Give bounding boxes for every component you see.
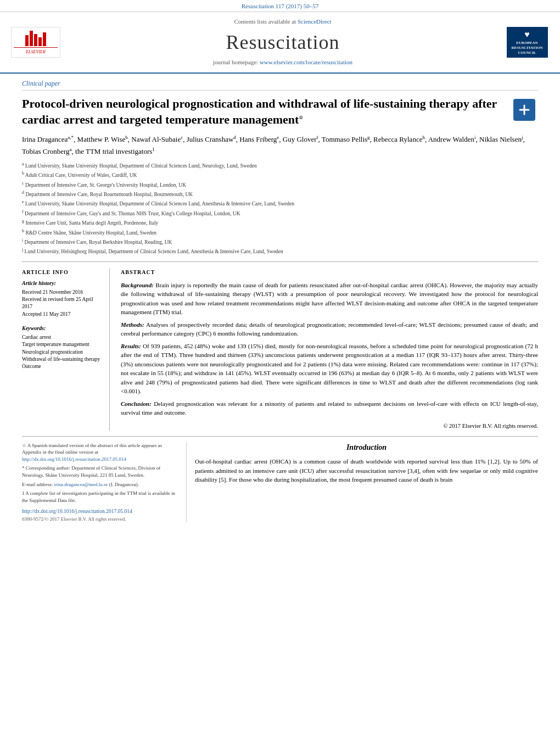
section-label: Clinical paper xyxy=(22,79,538,91)
affiliation-b: b Adult Critical Care, University of Wal… xyxy=(22,170,538,179)
bottom-section: ☆ A Spanish translated version of the ab… xyxy=(22,436,538,523)
bar2 xyxy=(30,31,33,46)
article-title-section: Protocol-driven neurological prognostica… xyxy=(22,96,538,127)
email-footnote: E-mail address: irina.dragancea@med.lu.s… xyxy=(22,481,178,488)
accepted-date: Accepted 11 May 2017 xyxy=(22,311,103,318)
authors-line: Irina Draganceaa,*, Matthew P. Wiseb, Na… xyxy=(22,133,538,158)
crossmark-icon xyxy=(513,99,535,121)
email-link[interactable]: irina.dragancea@med.lu.se xyxy=(54,482,108,487)
corresponding-text: * Corresponding author: Department of Cl… xyxy=(22,465,160,478)
erc-line3: COUNCIL xyxy=(509,51,546,55)
keyword-3: Neurological prognostication xyxy=(22,349,103,356)
abstract-section: ABSTRACT Background: Brain injury is rep… xyxy=(121,269,538,431)
elsevier-wordmark: ELSEVIER xyxy=(14,47,58,55)
methods-text: Analyses of prospectively recorded data;… xyxy=(121,321,538,337)
journal-center: Contents lists available at ScienceDirec… xyxy=(66,18,500,66)
abstract-background: Background: Brain injury is reportedly t… xyxy=(121,281,538,317)
doi-link[interactable]: http://dx.doi.org/10.1016/j.resuscitatio… xyxy=(22,509,132,514)
history-values: Received 21 November 2016 Received in re… xyxy=(22,289,103,318)
conclusion-label: Conclusion: xyxy=(121,400,152,407)
article-info-title: ARTICLE INFO xyxy=(22,269,103,276)
main-content: Clinical paper Protocol-driven neurologi… xyxy=(0,74,560,528)
affiliation-h: h R&D Centre Skåne, Skåne University Hos… xyxy=(22,228,538,237)
conclusion-text: Delayed prognostication was relevant for… xyxy=(121,400,538,416)
affiliation-d: d Department of Intensive Care, Royal Bo… xyxy=(22,189,538,198)
email-suffix: (I. Dragancea). xyxy=(109,482,139,487)
sciencedirect-prefix: Contents lists available at xyxy=(234,18,296,25)
investigators-footnote: 1 A complete list of investigators parti… xyxy=(22,490,178,504)
sciencedirect-link[interactable]: ScienceDirect xyxy=(298,18,332,25)
homepage-link[interactable]: www.elsevier.com/locate/resuscitation xyxy=(260,59,352,65)
history-section: Article history: Received 21 November 20… xyxy=(22,280,103,318)
keywords-label: Keywords: xyxy=(22,325,103,332)
elsevier-logo: ELSEVIER xyxy=(11,27,60,58)
abstract-results: Results: Of 939 patients, 452 (48%) woke… xyxy=(121,342,538,396)
star-link[interactable]: http://dx.doi.org/10.1016/j.resuscitatio… xyxy=(22,456,126,462)
affiliation-e: e Lund University, Skane University Hosp… xyxy=(22,199,538,208)
introduction-text: Out-of-hospital cardiac arrest (OHCA) is… xyxy=(195,457,538,484)
email-label: E-mail address: xyxy=(22,482,53,487)
revised-date: Received in revised form 25 April 2017 xyxy=(22,296,103,311)
doi-section[interactable]: http://dx.doi.org/10.1016/j.resuscitatio… xyxy=(22,508,178,515)
keyword-5: Outcome xyxy=(22,363,103,370)
corresponding-footnote: * Corresponding author: Department of Cl… xyxy=(22,465,178,478)
keywords-section: Keywords: Cardiac arrest Target temperat… xyxy=(22,325,103,370)
journal-header: ELSEVIER Contents lists available at Sci… xyxy=(0,12,560,73)
bar1 xyxy=(25,35,29,46)
keywords-values: Cardiac arrest Target temperature manage… xyxy=(22,334,103,370)
journal-citation: Resuscitation 117 (2017) 50–57 xyxy=(0,0,560,12)
copyright-line: © 2017 Elsevier B.V. All rights reserved… xyxy=(121,422,538,431)
star-footnote: ☆ A Spanish translated version of the ab… xyxy=(22,442,178,463)
introduction-body: Out-of-hospital cardiac arrest (OHCA) is… xyxy=(195,458,538,483)
introduction-title: Introduction xyxy=(195,442,538,453)
affiliation-a: a Lund University, Skane University Hosp… xyxy=(22,161,538,170)
affiliation-j: j Lund University, Helsingborg Hospital,… xyxy=(22,247,538,255)
introduction-section: Introduction Out-of-hospital cardiac arr… xyxy=(187,442,538,523)
bar3 xyxy=(34,34,37,46)
journal-title: Resuscitation xyxy=(66,29,500,56)
methods-label: Methods: xyxy=(121,321,144,328)
erc-logo: ♥ EUROPEAN RESUSCITATION COUNCIL xyxy=(505,24,549,60)
erc-box: ♥ EUROPEAN RESUSCITATION COUNCIL xyxy=(507,27,548,58)
footnotes-section: ☆ A Spanish translated version of the ab… xyxy=(22,442,187,523)
crossmark-logo[interactable] xyxy=(511,96,538,124)
issn-line: 0300-9572/© 2017 Elsevier B.V. All right… xyxy=(22,516,178,523)
title-text: Protocol-driven neurological prognostica… xyxy=(22,97,497,126)
elsevier-bars-decoration xyxy=(25,30,46,46)
abstract-text: Background: Brain injury is reportedly t… xyxy=(121,281,538,431)
journal-homepage-line: journal homepage: www.elsevier.com/locat… xyxy=(66,58,500,66)
keyword-2: Target temperature management xyxy=(22,341,103,348)
title-star: ☆ xyxy=(299,115,303,120)
bar4 xyxy=(38,37,42,46)
homepage-prefix: journal homepage: xyxy=(213,59,258,65)
affiliation-i: i Department of Intensive Care, Royal Be… xyxy=(22,237,538,246)
article-body: ARTICLE INFO Article history: Received 2… xyxy=(22,261,538,431)
star-note-text: ☆ A Spanish translated version of the ab… xyxy=(22,443,162,455)
erc-heart-icon: ♥ xyxy=(509,29,546,41)
affiliations: a Lund University, Skane University Hosp… xyxy=(22,161,538,256)
background-text: Brain injury is reportedly the main caus… xyxy=(121,282,538,316)
article-info: ARTICLE INFO Article history: Received 2… xyxy=(22,269,110,431)
affiliation-g: g Intensive Care Unit, Santa Maria degli… xyxy=(22,218,538,227)
abstract-title: ABSTRACT xyxy=(121,269,538,276)
history-label: Article history: xyxy=(22,280,103,287)
received-date: Received 21 November 2016 xyxy=(22,289,103,296)
background-label: Background: xyxy=(121,282,154,288)
erc-line1: EUROPEAN xyxy=(509,41,546,46)
affiliation-c: c Department of Intensive Care, St. Geor… xyxy=(22,180,538,189)
affiliation-f: f Department of Intensive Care, Guy's an… xyxy=(22,209,538,217)
bar5 xyxy=(43,32,46,46)
abstract-methods: Methods: Analyses of prospectively recor… xyxy=(121,320,538,338)
keyword-4: Withdrawal of life-sustaining therapy xyxy=(22,356,103,363)
sciencedirect-line: Contents lists available at ScienceDirec… xyxy=(66,18,500,26)
keyword-1: Cardiac arrest xyxy=(22,334,103,341)
abstract-conclusion: Conclusion: Delayed prognostication was … xyxy=(121,399,538,417)
citation-text: Resuscitation 117 (2017) 50–57 xyxy=(242,3,318,9)
results-label: Results: xyxy=(121,343,141,349)
investigators-text: 1 A complete list of investigators parti… xyxy=(22,490,175,503)
results-text: Of 939 patients, 452 (48%) woke and 139 … xyxy=(121,343,538,395)
erc-line2: RESUSCITATION xyxy=(509,46,546,51)
article-title: Protocol-driven neurological prognostica… xyxy=(22,96,505,127)
